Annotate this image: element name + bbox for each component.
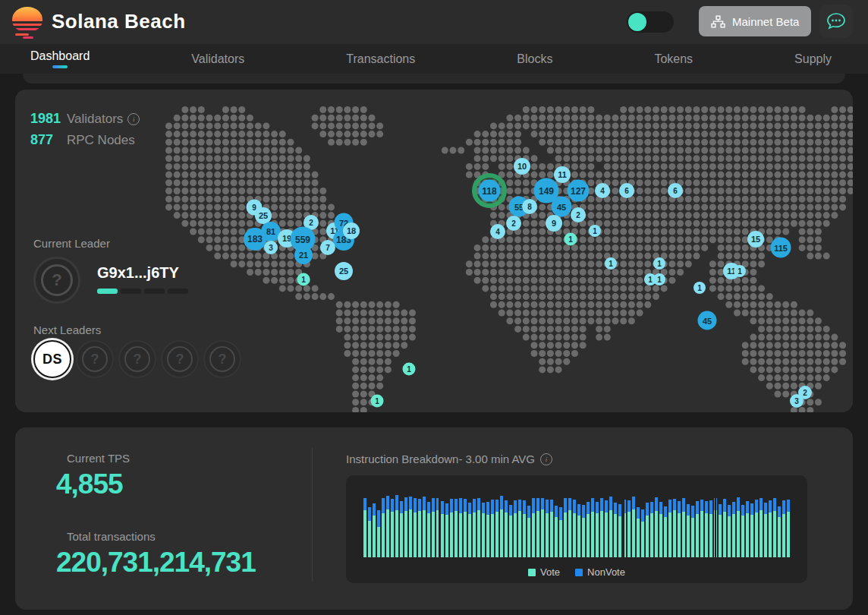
question-mark-icon: ? bbox=[167, 346, 193, 372]
chart-bar bbox=[445, 503, 448, 557]
chart-bar bbox=[382, 498, 385, 557]
map-bubble[interactable]: 18 bbox=[343, 222, 360, 239]
chart-gridline bbox=[439, 483, 440, 557]
total-transactions-value: 220,731,214,731 bbox=[56, 547, 256, 579]
legend-nonvote[interactable]: NonVote bbox=[575, 566, 625, 578]
nav-blocks[interactable]: Blocks bbox=[517, 52, 552, 66]
map-bubble[interactable]: 3 bbox=[264, 241, 278, 254]
chart-bar bbox=[473, 499, 476, 557]
map-bubble[interactable]: 45 bbox=[698, 311, 717, 330]
map-bubble[interactable]: 45 bbox=[552, 197, 572, 217]
map-bubble[interactable]: 1 bbox=[693, 282, 706, 294]
network-select-button[interactable]: Mainnet Beta bbox=[699, 6, 811, 36]
map-bubble[interactable]: 127 bbox=[568, 180, 590, 202]
map-bubble[interactable]: 1 bbox=[403, 363, 416, 376]
chart-bar bbox=[755, 500, 758, 557]
next-leader-avatar[interactable]: ? bbox=[118, 340, 156, 378]
map-bubble[interactable]: 8 bbox=[522, 199, 537, 214]
map-bubble[interactable]: 1 bbox=[653, 273, 665, 285]
chart-bar bbox=[787, 500, 790, 557]
chart-bar bbox=[605, 500, 608, 557]
chart-bar bbox=[404, 497, 407, 557]
map-bubble[interactable]: 6 bbox=[668, 183, 683, 198]
chart-bar bbox=[732, 502, 735, 557]
sunset-logo-icon[interactable] bbox=[11, 5, 44, 39]
chart-bar bbox=[441, 501, 444, 557]
map-bubble[interactable]: 1 bbox=[589, 225, 601, 237]
nav-dashboard[interactable]: Dashboard bbox=[30, 49, 90, 68]
chart-bar bbox=[509, 505, 512, 557]
chart-bar bbox=[468, 503, 471, 557]
rpc-count: 877 bbox=[30, 132, 67, 148]
network-label: Mainnet Beta bbox=[732, 15, 799, 28]
chart-bar bbox=[764, 503, 767, 557]
chart-bar bbox=[477, 498, 480, 557]
chart-bar bbox=[418, 499, 421, 557]
map-bubble[interactable]: 9 bbox=[546, 215, 562, 232]
next-leader-avatar[interactable]: ? bbox=[203, 340, 241, 378]
chart-bar bbox=[668, 500, 671, 557]
map-bubble[interactable]: 183 bbox=[244, 228, 266, 251]
next-leader-avatar[interactable]: ? bbox=[161, 340, 199, 378]
nav-validators[interactable]: Validators bbox=[191, 52, 244, 66]
nav-transactions[interactable]: Transactions bbox=[346, 52, 415, 66]
map-bubble[interactable]: 15 bbox=[747, 231, 764, 248]
chart-bar bbox=[778, 506, 781, 557]
current-leader-avatar[interactable]: ? bbox=[33, 257, 80, 304]
chart-bar bbox=[596, 502, 599, 557]
map-bubble[interactable]: 115 bbox=[771, 238, 791, 258]
chart-bar bbox=[709, 500, 712, 557]
chart-bar bbox=[664, 506, 667, 557]
map-bubble[interactable]: 4 bbox=[595, 183, 610, 198]
chart-bar bbox=[573, 500, 576, 557]
map-bubble[interactable]: 1 bbox=[734, 265, 746, 277]
map-bubble[interactable]: 1 bbox=[605, 257, 617, 270]
nav-supply[interactable]: Supply bbox=[794, 52, 832, 66]
chat-button[interactable] bbox=[819, 5, 853, 38]
map-bubble[interactable]: 10 bbox=[514, 158, 530, 175]
map-bubble[interactable]: 4 bbox=[490, 224, 505, 239]
theme-toggle[interactable] bbox=[627, 11, 674, 33]
chart-bar bbox=[500, 496, 503, 557]
current-leader-name[interactable]: G9x1...j6TY bbox=[97, 264, 179, 282]
chart-bar bbox=[691, 506, 694, 557]
validators-info-icon[interactable]: i bbox=[127, 113, 140, 125]
chart-info-icon[interactable]: i bbox=[540, 453, 552, 465]
chart-bar bbox=[737, 497, 740, 557]
map-bubble[interactable]: 21 bbox=[294, 246, 313, 264]
map-bubble[interactable]: 1 bbox=[653, 257, 665, 270]
question-mark-icon: ? bbox=[124, 346, 150, 372]
map-bubble[interactable]: 1 bbox=[297, 273, 310, 286]
chart-bar bbox=[409, 497, 412, 557]
slot-segment bbox=[144, 289, 165, 294]
chart-bar bbox=[582, 505, 585, 557]
nav-tokens[interactable]: Tokens bbox=[654, 52, 693, 66]
chart-bar bbox=[368, 507, 371, 557]
validators-count: 1981 bbox=[30, 111, 67, 127]
map-bubble[interactable]: 7 bbox=[320, 240, 335, 255]
map-bubble[interactable]: 2 bbox=[571, 207, 586, 222]
next-leader-avatar-ds[interactable]: DS bbox=[33, 340, 71, 378]
chart-bar bbox=[600, 498, 603, 557]
nonvote-swatch bbox=[575, 569, 583, 576]
map-bubble[interactable]: 11 bbox=[554, 166, 571, 183]
map-bubble[interactable]: 2 bbox=[506, 216, 521, 231]
next-leader-avatar[interactable]: ? bbox=[76, 340, 114, 378]
chart-bar bbox=[637, 507, 640, 557]
map-bubble[interactable]: 118 bbox=[479, 180, 501, 202]
map-bubble[interactable]: 1 bbox=[565, 233, 577, 246]
chart-bar bbox=[646, 503, 649, 557]
current-leader-label: Current Leader bbox=[33, 237, 110, 250]
toggle-knob bbox=[628, 13, 646, 31]
chart-bar bbox=[632, 497, 635, 557]
legend-vote[interactable]: Vote bbox=[528, 566, 560, 578]
chart-bar bbox=[673, 499, 676, 557]
map-bubble[interactable]: 1 bbox=[371, 395, 384, 408]
top-bar: Solana Beach Mainnet Beta bbox=[0, 0, 868, 44]
map-bubble[interactable]: 25 bbox=[335, 262, 353, 280]
map-bubble[interactable]: 6 bbox=[619, 183, 634, 198]
current-tps-label: Current TPS bbox=[67, 452, 130, 465]
chart-bar bbox=[760, 498, 763, 557]
map-bubble[interactable]: 3 bbox=[790, 394, 804, 408]
chart-bar bbox=[454, 499, 458, 557]
